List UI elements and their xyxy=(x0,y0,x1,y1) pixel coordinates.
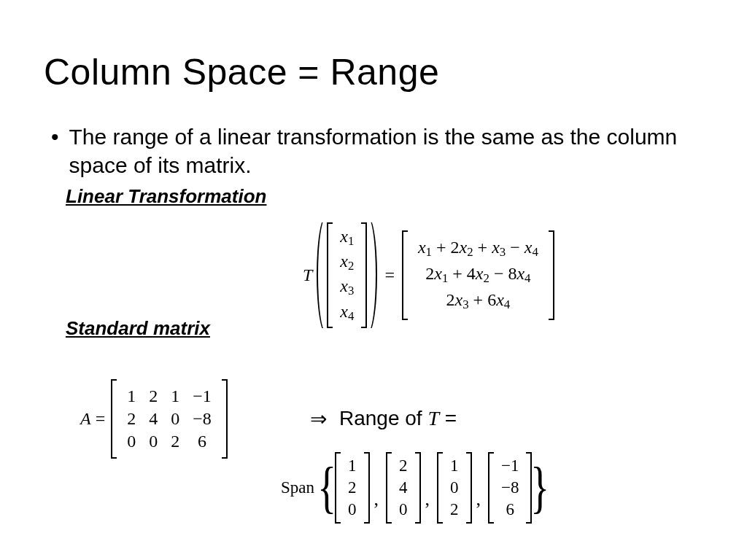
math-cell: x3 xyxy=(340,276,354,298)
equals-sign: = xyxy=(384,265,395,285)
slide: Column Space = Range • The range of a li… xyxy=(0,0,747,560)
math-cell: 1 xyxy=(348,456,357,475)
math-cell: 1 xyxy=(171,386,179,406)
math-cell: x1 xyxy=(340,227,354,249)
span-vector: 1 0 2 xyxy=(437,452,472,524)
subheading-linear-transformation: Linear Transformation xyxy=(66,185,703,208)
right-brace-icon: } xyxy=(535,452,545,524)
math-cell: −1 xyxy=(193,386,212,406)
range-of-T-label: Range of T = xyxy=(339,407,457,430)
span-label: Span xyxy=(281,478,314,497)
math-cell: 6 xyxy=(198,432,206,451)
math-cell: 2 xyxy=(348,478,357,497)
span-vector: −1 −8 6 xyxy=(488,452,532,524)
equation-standard-matrix: A = 1 2 1 −1 2 4 0 −8 0 0 2 6 xyxy=(80,379,228,459)
math-cell: 1 xyxy=(127,386,136,406)
math-cell: x4 xyxy=(340,302,354,324)
bullet-text: The range of a linear transformation is … xyxy=(69,122,703,179)
math-expr: x1 + 2x2 + x3 − x4 xyxy=(418,238,538,260)
equals-sign: = xyxy=(96,409,106,429)
x-vector-matrix: x1 x2 x3 x4 xyxy=(327,222,367,328)
span-vector: 2 4 0 xyxy=(386,452,421,524)
bullet-item: • The range of a linear transformation i… xyxy=(51,122,703,179)
equation-transformation: T x1 x2 x3 x4 = x1 + xyxy=(303,222,554,328)
math-cell: 4 xyxy=(399,478,408,497)
math-expr: 2x1 + 4x2 − 8x4 xyxy=(425,264,530,286)
left-brace-icon: { xyxy=(322,452,332,524)
right-paren-icon xyxy=(368,222,377,328)
curly-brace-group: { 1 2 0 , 2 4 0 xyxy=(320,452,546,524)
math-cell: 0 xyxy=(399,500,408,519)
math-cell: 6 xyxy=(506,500,514,519)
T-label: T xyxy=(303,265,312,285)
math-cell: 1 xyxy=(450,456,459,475)
math-cell: 2 xyxy=(149,386,158,406)
math-cell: 0 xyxy=(149,432,158,451)
A-label: A xyxy=(80,409,91,429)
equation-span: Span { 1 2 0 , 2 4 xyxy=(281,452,546,524)
math-cell: −1 xyxy=(501,456,519,475)
math-cell: 2 xyxy=(171,432,179,451)
comma: , xyxy=(425,489,430,524)
math-expr: 2x3 + 6x4 xyxy=(446,290,511,312)
math-cell: 0 xyxy=(450,478,459,497)
paren-group: x1 x2 x3 x4 xyxy=(317,222,377,328)
comma: , xyxy=(476,489,481,524)
math-cell: −8 xyxy=(193,409,212,429)
math-cell: 4 xyxy=(149,409,158,429)
math-cell: 0 xyxy=(127,432,136,451)
left-paren-icon xyxy=(317,222,325,328)
comma: , xyxy=(374,489,379,524)
implies-arrow-icon: ⇒ xyxy=(310,407,327,431)
math-cell: 2 xyxy=(127,409,136,429)
math-cell: 2 xyxy=(399,456,408,475)
slide-title: Column Space = Range xyxy=(44,51,703,93)
math-cell: 0 xyxy=(348,500,357,519)
A-matrix: 1 2 1 −1 2 4 0 −8 0 0 2 6 xyxy=(111,379,228,459)
bullet-dot-icon: • xyxy=(51,122,59,151)
math-cell: x2 xyxy=(340,252,354,273)
span-vector: 1 2 0 xyxy=(335,452,370,524)
math-cell: −8 xyxy=(501,478,519,497)
math-cell: 2 xyxy=(450,500,459,519)
rhs-vector-matrix: x1 + 2x2 + x3 − x4 2x1 + 4x2 − 8x4 2x3 +… xyxy=(402,230,554,320)
math-cell: 0 xyxy=(171,409,179,429)
